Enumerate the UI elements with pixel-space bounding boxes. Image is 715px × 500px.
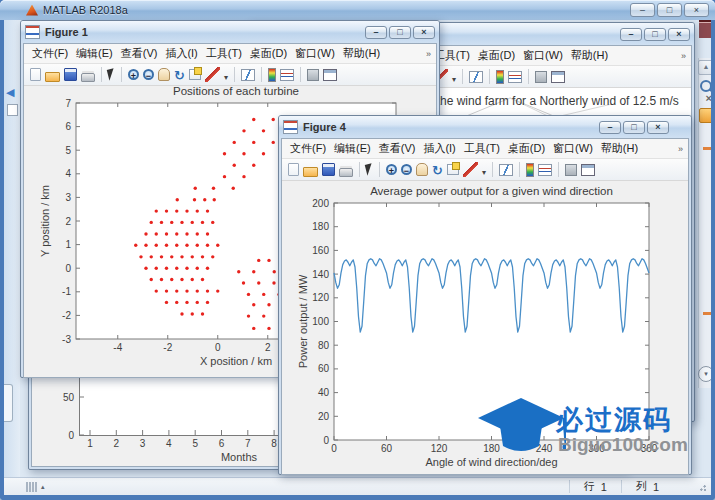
save-icon[interactable] bbox=[64, 68, 77, 81]
brush-icon[interactable] bbox=[205, 67, 220, 82]
scroll-up-icon[interactable]: ▲ bbox=[698, 60, 714, 75]
open-file-icon[interactable] bbox=[303, 167, 318, 177]
menu-item[interactable]: 插入(I) bbox=[161, 44, 201, 63]
warning-marker[interactable] bbox=[703, 147, 712, 150]
svg-text:X position / km: X position / km bbox=[200, 355, 272, 367]
brush-icon[interactable] bbox=[463, 162, 478, 177]
figure4-titlebar[interactable]: Figure 4 bbox=[279, 116, 691, 138]
menu-item[interactable]: 桌面(D) bbox=[504, 139, 549, 158]
menu-overflow-icon[interactable]: » bbox=[678, 144, 683, 154]
link-plots-icon[interactable] bbox=[241, 69, 255, 81]
warning-marker[interactable] bbox=[703, 312, 712, 315]
zoom-in-icon[interactable] bbox=[128, 69, 139, 80]
print-icon[interactable] bbox=[81, 73, 95, 82]
menu-item[interactable]: 编辑(E) bbox=[330, 139, 375, 158]
zoom-in-icon[interactable] bbox=[386, 164, 397, 175]
back-arrow-icon[interactable]: ◀ bbox=[6, 86, 14, 99]
save-icon[interactable] bbox=[322, 163, 335, 176]
menu-item[interactable]: 编辑(E) bbox=[72, 44, 117, 63]
rotate-3d-icon[interactable] bbox=[174, 66, 185, 84]
menu-item[interactable]: 工具(T) bbox=[202, 44, 246, 63]
maximize-button[interactable] bbox=[657, 3, 682, 17]
insert-colorbar-icon[interactable] bbox=[268, 68, 276, 82]
svg-text:Positions of each turbine: Positions of each turbine bbox=[173, 86, 299, 97]
brush-dropdown-icon[interactable] bbox=[452, 68, 456, 86]
matlab-main-titlebar[interactable]: MATLAB R2018a bbox=[0, 0, 715, 20]
pan-icon[interactable] bbox=[158, 68, 170, 81]
file-marker-icon[interactable] bbox=[699, 108, 713, 123]
col-label: 列 bbox=[636, 479, 647, 494]
pointer-icon[interactable] bbox=[365, 163, 374, 175]
figure4-canvas[interactable]: 0601201802403003600204060801001201401601… bbox=[282, 181, 688, 474]
hide-plot-tools-icon[interactable] bbox=[535, 71, 547, 83]
show-plot-tools-icon[interactable] bbox=[323, 69, 337, 81]
menu-overflow-icon[interactable]: » bbox=[681, 51, 686, 61]
figure1-titlebar[interactable]: Figure 1 bbox=[21, 21, 439, 43]
document-icon[interactable] bbox=[7, 104, 18, 116]
menu-item[interactable]: 窗口(W) bbox=[291, 44, 339, 63]
minimize-button[interactable] bbox=[630, 3, 655, 17]
collapsed-panel-tab[interactable] bbox=[0, 384, 13, 422]
insert-colorbar-icon[interactable] bbox=[526, 163, 534, 177]
search-icon[interactable] bbox=[700, 80, 712, 92]
figure-close-button[interactable] bbox=[413, 26, 435, 39]
figure-close-button[interactable] bbox=[668, 28, 690, 41]
menu-overflow-icon[interactable]: » bbox=[426, 49, 431, 59]
close-button[interactable] bbox=[684, 3, 709, 17]
menu-item[interactable]: 文件(F) bbox=[286, 139, 330, 158]
figure-minimize-button[interactable] bbox=[365, 26, 387, 39]
new-file-icon[interactable] bbox=[30, 68, 41, 81]
hide-plot-tools-icon[interactable] bbox=[307, 69, 319, 81]
link-plots-icon[interactable] bbox=[499, 164, 513, 176]
insert-legend-icon[interactable] bbox=[538, 164, 552, 176]
pointer-icon[interactable] bbox=[107, 68, 116, 80]
print-icon[interactable] bbox=[339, 168, 353, 177]
show-plot-tools-icon[interactable] bbox=[581, 164, 595, 176]
menu-item[interactable]: 帮助(H) bbox=[339, 44, 384, 63]
svg-text:80: 80 bbox=[318, 340, 330, 351]
open-file-icon[interactable] bbox=[45, 72, 60, 82]
insert-legend-icon[interactable] bbox=[280, 69, 294, 81]
menu-item[interactable]: 窗口(W) bbox=[549, 139, 597, 158]
figure-maximize-button[interactable] bbox=[644, 28, 666, 41]
data-cursor-icon[interactable] bbox=[189, 69, 201, 80]
scroll-end-icon[interactable]: ▾ bbox=[698, 366, 714, 382]
figure-maximize-button[interactable] bbox=[623, 121, 645, 134]
menu-item[interactable]: 查看(V) bbox=[375, 139, 420, 158]
insert-legend-icon[interactable] bbox=[508, 71, 522, 83]
hide-plot-tools-icon[interactable] bbox=[565, 164, 577, 176]
figure-minimize-button[interactable] bbox=[620, 28, 642, 41]
svg-text:160: 160 bbox=[312, 245, 329, 256]
menu-item[interactable]: 桌面(D) bbox=[246, 44, 291, 63]
brush-dropdown-icon[interactable] bbox=[224, 66, 228, 84]
menu-item[interactable]: 插入(I) bbox=[419, 139, 459, 158]
figure-minimize-button[interactable] bbox=[599, 121, 621, 134]
link-plots-icon[interactable] bbox=[469, 71, 483, 83]
menu-item[interactable]: 帮助(H) bbox=[597, 139, 642, 158]
statusbar-grip[interactable]: ▴ bbox=[26, 482, 45, 492]
new-file-icon[interactable] bbox=[288, 163, 299, 176]
menu-item[interactable]: 工具(T) bbox=[460, 139, 504, 158]
close-icon[interactable]: × bbox=[706, 93, 712, 104]
pan-icon[interactable] bbox=[416, 163, 428, 176]
brush-dropdown-icon[interactable] bbox=[482, 161, 486, 179]
zoom-out-icon[interactable] bbox=[143, 69, 154, 80]
figure-maximize-button[interactable] bbox=[389, 26, 411, 39]
menu-item[interactable]: 窗口(W) bbox=[519, 46, 567, 65]
figure4-window[interactable]: Figure 4 文件(F)编辑(E)查看(V)插入(I)工具(T)桌面(D)窗… bbox=[278, 115, 692, 475]
menu-item[interactable]: 桌面(D) bbox=[474, 46, 519, 65]
resize-grip[interactable] bbox=[699, 484, 707, 492]
main-window-title: MATLAB R2018a bbox=[43, 4, 128, 16]
rotate-3d-icon[interactable] bbox=[432, 161, 443, 179]
show-plot-tools-icon[interactable] bbox=[551, 71, 565, 83]
figure-toolbar bbox=[282, 159, 688, 181]
figure-close-button[interactable] bbox=[647, 121, 669, 134]
menu-item[interactable]: 查看(V) bbox=[117, 44, 162, 63]
menu-item[interactable]: 文件(F) bbox=[28, 44, 72, 63]
insert-colorbar-icon[interactable] bbox=[496, 70, 504, 84]
zoom-out-icon[interactable] bbox=[401, 164, 412, 175]
data-cursor-icon[interactable] bbox=[447, 164, 459, 175]
svg-text:1: 1 bbox=[65, 239, 71, 250]
menu-item[interactable]: 帮助(H) bbox=[567, 46, 612, 65]
svg-text:Average power output for a giv: Average power output for a given wind di… bbox=[370, 185, 613, 197]
